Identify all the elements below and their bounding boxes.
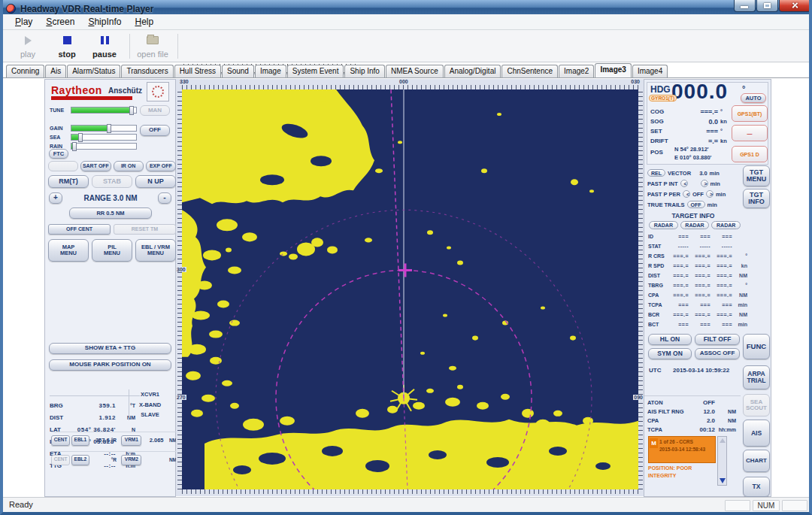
tab[interactable]: Image2	[559, 65, 594, 77]
pulse-button[interactable]: IR ON	[114, 161, 144, 171]
vrm-button[interactable]: VRM1	[121, 435, 141, 446]
target-table-row: BCT === === === min	[644, 320, 757, 329]
scroll-up-icon[interactable]	[720, 438, 726, 443]
sym-on-button[interactable]: SYM ON	[648, 348, 692, 359]
close-button[interactable]	[779, 0, 810, 12]
ais-button[interactable]: AIS	[743, 420, 770, 447]
range-plus-button[interactable]: +	[49, 192, 62, 204]
vector-time: 3.0	[699, 170, 707, 177]
slider-track[interactable]	[71, 143, 137, 150]
play-button[interactable]: play	[11, 33, 45, 60]
tab[interactable]: Conning	[6, 65, 44, 77]
past-int-dec-button[interactable]: <	[680, 180, 688, 187]
arpa-trial-button[interactable]: ARPATRIAL	[743, 365, 770, 389]
slider-handle[interactable]	[78, 133, 83, 142]
alarm-message-box[interactable]: M 1 of 26 - CCRS 2015-03-14 12:58:43	[648, 436, 716, 463]
tab[interactable]: Ship Info	[344, 65, 384, 77]
panel-menu-button[interactable]: PILMENU	[92, 239, 132, 262]
vrm-button[interactable]: VRM2	[121, 455, 141, 465]
chart-button[interactable]: CHART	[743, 450, 770, 472]
past-int-inc-button[interactable]: >	[701, 180, 708, 187]
mouse-park-button[interactable]: MOUSE PARK POSITION ON	[49, 359, 171, 371]
tgt-info-button[interactable]: TGTINFO	[743, 189, 770, 208]
show-eta-button[interactable]: SHOW ETA + TTG	[49, 343, 171, 354]
cent-button[interactable]: RESET TM	[114, 224, 176, 235]
mode-button[interactable]: RM(T)	[48, 175, 89, 188]
stop-button[interactable]: stop	[50, 33, 84, 60]
radar-source-button[interactable]: RADAR	[649, 221, 678, 229]
ftc-button[interactable]: FTC	[49, 149, 68, 159]
tab[interactable]: Sound	[222, 65, 254, 77]
tab[interactable]: Image3	[595, 63, 631, 77]
assoc-off-button[interactable]: ASSOC OFF	[695, 348, 740, 359]
tx-button[interactable]: TX	[743, 477, 770, 497]
minimize-button[interactable]	[734, 0, 756, 12]
past-per-dec-button[interactable]: <	[683, 190, 690, 198]
past-per-inc-button[interactable]: >	[706, 190, 714, 198]
filt-off-button[interactable]: FILT OFF	[695, 334, 740, 345]
hdg-label: HDG	[650, 84, 671, 95]
alarm-scrollbar[interactable]	[717, 436, 727, 486]
ebl-button[interactable]: EBL2	[71, 455, 89, 465]
radar-source-button[interactable]: RADAR	[680, 221, 710, 229]
tab[interactable]: Ais	[45, 65, 66, 77]
pulse-button[interactable]: EXP OFF	[146, 161, 176, 171]
slider-track[interactable]	[71, 134, 137, 141]
tab[interactable]: Hull Stress	[174, 65, 221, 77]
radar-display[interactable]: 330 000 030 300 270 090	[176, 79, 644, 496]
slider-handle[interactable]	[107, 124, 111, 133]
dash-button[interactable]: —	[732, 125, 768, 141]
tgt-menu-button[interactable]: TGTMENU	[743, 165, 770, 186]
radar-ppi-field[interactable]	[182, 89, 638, 489]
sea-scout-button[interactable]: SEASCOUT	[743, 394, 770, 417]
panel-menu-button[interactable]: MAPMENU	[48, 239, 89, 262]
slider-handle[interactable]	[129, 106, 134, 115]
pause-button[interactable]: pause	[87, 33, 122, 60]
mode-button[interactable]: N UP	[135, 175, 176, 188]
slider-track[interactable]	[71, 107, 137, 114]
maximize-button[interactable]	[756, 0, 778, 12]
slider-row: SEA	[50, 132, 137, 141]
mode-button[interactable]: STAB	[92, 175, 132, 188]
off-button[interactable]: OFF	[140, 125, 170, 136]
radar-source-buttons: RADARRADARRADAR	[649, 221, 741, 229]
slider-track[interactable]	[71, 125, 137, 132]
tab[interactable]: NMEA Source	[386, 65, 444, 77]
range-minus-button[interactable]: -	[158, 192, 171, 204]
tab[interactable]: Analog/Digital	[444, 65, 501, 77]
tab[interactable]: Image	[255, 65, 286, 77]
func-button[interactable]: FUNC	[743, 334, 770, 359]
pulse-button[interactable]	[48, 161, 78, 171]
man-button[interactable]: MAN	[140, 105, 170, 116]
menu-item[interactable]: Screen	[40, 15, 80, 29]
gps1bt-button[interactable]: GPS1(BT)	[732, 105, 768, 122]
menu-item[interactable]: ShipInfo	[82, 15, 127, 29]
gps1d-button[interactable]: GPS1 D	[732, 146, 768, 162]
tab[interactable]: ChnSentence	[501, 65, 558, 77]
auto-button[interactable]: AUTO	[741, 93, 766, 103]
radar-source-button[interactable]: RADAR	[711, 221, 741, 229]
hl-on-button[interactable]: HL ON	[648, 334, 692, 345]
trails-off-button[interactable]: OFF	[687, 201, 705, 208]
tab[interactable]: System Event	[287, 65, 344, 77]
play-icon	[25, 36, 32, 45]
radar-data-panel: HDG 000.0 ° GYRO1(T) AUTO COG ===.= °	[644, 79, 771, 497]
cent-button[interactable]: OFF CENT	[48, 224, 111, 235]
tab[interactable]: Alarm/Status	[67, 65, 120, 77]
pulse-button[interactable]: SART OFF	[80, 161, 111, 171]
menu-item[interactable]: Play	[9, 15, 38, 29]
tab[interactable]: Image4	[632, 65, 668, 77]
alarm-badge: M	[650, 438, 658, 448]
nav-rows: COG ===.= ° SOG 0.0 kn SET =	[647, 107, 732, 146]
scroll-down-icon[interactable]	[720, 478, 726, 483]
slider-handle[interactable]	[72, 142, 77, 151]
rel-button[interactable]: REL	[647, 169, 665, 177]
open-file-button[interactable]: open file	[132, 33, 173, 60]
cent-toggle[interactable]: CENT	[51, 435, 70, 446]
panel-menu-button[interactable]: EBL / VRMMENU	[135, 239, 176, 262]
menu-item[interactable]: Help	[129, 15, 159, 29]
tab[interactable]: Transducers	[121, 65, 173, 77]
cent-toggle[interactable]: CENT	[51, 455, 70, 465]
ebl-button[interactable]: EBL1	[71, 435, 89, 446]
rr-button[interactable]: RR 0.5 NM	[69, 208, 152, 219]
